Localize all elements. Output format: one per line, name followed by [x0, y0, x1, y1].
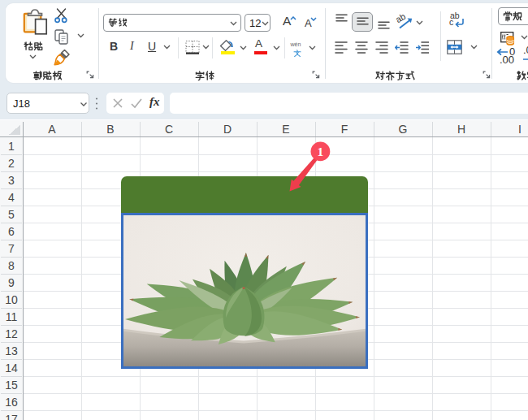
svg-text:7: 7 — [8, 242, 15, 255]
svg-text:13: 13 — [5, 344, 18, 357]
svg-text:F: F — [341, 123, 348, 136]
svg-text:15: 15 — [5, 379, 18, 392]
svg-text:16: 16 — [5, 396, 18, 409]
svg-text:1: 1 — [318, 145, 324, 158]
svg-text:D: D — [223, 123, 232, 136]
svg-text:4: 4 — [8, 191, 15, 204]
svg-text:G: G — [399, 123, 408, 136]
svg-text:6: 6 — [8, 225, 15, 238]
svg-text:9: 9 — [8, 276, 15, 289]
svg-text:H: H — [457, 123, 465, 136]
svg-text:14: 14 — [5, 362, 18, 375]
svg-text:8: 8 — [8, 259, 15, 272]
svg-text:1: 1 — [8, 140, 15, 153]
svg-text:A: A — [48, 123, 56, 136]
svg-text:3: 3 — [8, 174, 15, 187]
svg-text:17: 17 — [5, 413, 18, 420]
svg-text:B: B — [106, 123, 114, 136]
svg-text:5: 5 — [8, 208, 15, 221]
svg-text:I: I — [518, 123, 522, 136]
svg-text:12: 12 — [5, 327, 18, 340]
svg-text:11: 11 — [6, 310, 18, 323]
svg-text:C: C — [165, 123, 173, 136]
svg-text:10: 10 — [5, 293, 18, 306]
svg-text:2: 2 — [8, 157, 15, 170]
